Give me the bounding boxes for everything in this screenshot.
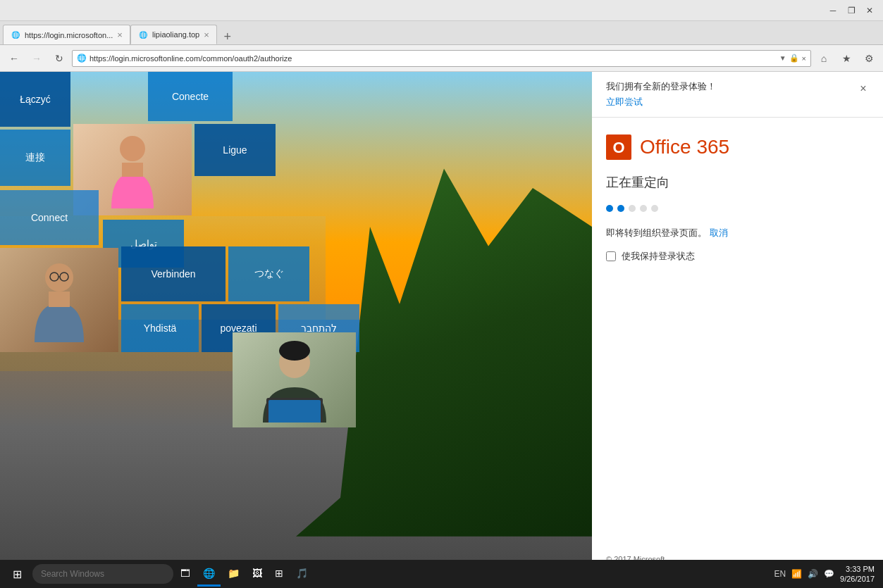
cancel-link[interactable]: 取消 — [710, 227, 728, 238]
dot-4 — [640, 205, 647, 212]
tray-time: 3:33 PM — [846, 564, 875, 574]
tab-bar: 🌐 https://login.microsofton... × 🌐 lipia… — [0, 21, 883, 45]
tile-connect-en-text: Connect — [31, 212, 68, 223]
tile-ligue: Ligue — [194, 124, 276, 176]
notification-link[interactable]: 立即尝试 — [606, 96, 716, 108]
tray-language-icon[interactable]: EN — [774, 569, 786, 579]
tab-close-1[interactable]: × — [117, 30, 123, 40]
logo-text-pre: Office — [640, 136, 696, 158]
taskbar: ⊞ 🗔 🌐 📁 🖼 ⊞ 🎵 EN 📶 🔊 💬 3:33 PM 9/26/2017 — [0, 560, 883, 588]
office-logo-text: Office 365 — [640, 136, 729, 158]
tab-favicon-2: 🌐 — [138, 30, 148, 39]
minimize-button[interactable]: ─ — [825, 3, 841, 18]
notification-close-button[interactable]: × — [855, 80, 872, 97]
tab-title-2: lipiaoliang.top — [152, 30, 199, 39]
person-photo-2 — [0, 248, 118, 352]
tile-yhdista: Yhdistä — [121, 304, 199, 352]
tile-photo-3 — [233, 332, 356, 427]
address-url-text: https://login.microsoftonline.com/common… — [89, 54, 777, 63]
svg-rect-9 — [268, 400, 321, 423]
logo-area: O Office 365 — [592, 118, 883, 174]
title-bar: ─ ❐ ✕ — [0, 0, 883, 21]
tab-lipiaoliang[interactable]: 🌐 lipiaoliang.top × — [130, 25, 217, 44]
tile-tsunagu-text: つなぐ — [254, 268, 284, 280]
system-tray: EN 📶 🔊 💬 3:33 PM 9/26/2017 — [768, 564, 880, 584]
dot-3 — [629, 205, 636, 212]
svg-text:O: O — [612, 139, 624, 156]
svg-point-10 — [279, 341, 310, 361]
right-panel: 我们拥有全新的登录体验！ 立即尝试 × O Office 365 — [592, 72, 883, 588]
tray-date: 9/26/2017 — [840, 574, 875, 584]
svg-rect-3 — [49, 292, 70, 307]
nav-bar: ← → ↻ 🌐 https://login.microsoftonline.co… — [0, 45, 883, 72]
tray-network-icon[interactable]: 📶 — [791, 569, 802, 579]
dot-1 — [606, 205, 613, 212]
start-button[interactable]: ⊞ — [3, 561, 31, 587]
tile-conecte-text: Conecte — [172, 91, 209, 102]
person-photo-3 — [233, 332, 356, 427]
task-view-button[interactable]: 🗔 — [175, 561, 196, 587]
tray-action-icon[interactable]: 💬 — [824, 569, 834, 579]
back-button[interactable]: ← — [4, 49, 24, 68]
notification-banner: 我们拥有全新的登录体验！ 立即尝试 × — [592, 72, 883, 118]
address-icon-lock: 🔒 — [789, 54, 799, 63]
address-icon-search: ▼ — [779, 54, 786, 62]
new-tab-button[interactable]: + — [217, 30, 238, 44]
browser-frame: ─ ❐ ✕ 🌐 https://login.microsofton... × 🌐… — [0, 0, 883, 588]
redirect-message: 即将转到组织登录页面。 取消 — [606, 226, 869, 240]
keep-signed-in-row: 使我保持登录状态 — [606, 250, 869, 263]
tab-favicon-1: 🌐 — [11, 30, 20, 40]
tile-connect-zh-text: 連接 — [25, 151, 45, 164]
explorer-taskbar-button[interactable]: 📁 — [222, 561, 245, 587]
office-logo-icon: O — [606, 135, 631, 160]
dot-2 — [617, 205, 624, 212]
address-bar-container: 🌐 https://login.microsoftonline.com/comm… — [72, 50, 811, 67]
tools-button[interactable]: ⚙ — [859, 49, 879, 68]
tile-yhdista-text: Yhdistä — [144, 323, 177, 334]
tile-connect-en: Connect — [0, 190, 99, 245]
tile-photo-2 — [0, 248, 118, 352]
ie-taskbar-button[interactable]: 🌐 — [197, 561, 221, 587]
svg-rect-1 — [122, 163, 143, 177]
restore-button[interactable]: ❐ — [844, 3, 859, 18]
status-area: 正在重定向 即将转到组织登录页面。 取消 使我保持登录状态 — [592, 174, 883, 545]
notification-text: 我们拥有全新的登录体验！ — [606, 80, 716, 93]
title-bar-buttons: ─ ❐ ✕ — [825, 3, 877, 18]
taskbar-search-input[interactable] — [32, 564, 173, 584]
dot-5 — [651, 205, 658, 212]
tray-clock[interactable]: 3:33 PM 9/26/2017 — [840, 564, 875, 584]
svg-point-0 — [120, 136, 145, 161]
tray-sound-icon[interactable]: 🔊 — [808, 569, 818, 579]
tile-tsunagu: つなぐ — [228, 246, 309, 301]
refresh-button[interactable]: ↻ — [49, 49, 69, 68]
address-icon-globe: 🌐 — [77, 54, 87, 63]
photos-taskbar-button[interactable]: 🖼 — [247, 561, 268, 587]
tile-laczyc: Łączyć — [0, 72, 70, 127]
svg-point-2 — [45, 263, 73, 292]
notification-content: 我们拥有全新的登录体验！ 立即尝试 — [606, 80, 716, 108]
media-taskbar-button[interactable]: 🎵 — [290, 561, 314, 587]
background-panel: Łączyć Conecte 連接 — [0, 72, 592, 588]
keep-signed-in-checkbox[interactable] — [606, 251, 616, 261]
home-button[interactable]: ⌂ — [814, 49, 834, 68]
address-bar[interactable]: 🌐 https://login.microsoftonline.com/comm… — [72, 50, 811, 67]
forward-button[interactable]: → — [27, 49, 47, 68]
tile-conecte: Conecte — [148, 72, 233, 121]
tile-laczyc-text: Łączyć — [20, 94, 51, 105]
redirect-message-text: 即将转到组织登录页面。 — [606, 227, 707, 238]
content-area: Łączyć Conecte 連接 — [0, 72, 883, 588]
tile-verbinden-text: Verbinden — [151, 268, 195, 280]
redirecting-title: 正在重定向 — [606, 174, 869, 191]
address-icon-close[interactable]: × — [802, 54, 806, 63]
progress-dots — [606, 205, 869, 212]
logo-text-num: 365 — [696, 136, 729, 158]
keep-signed-in-label: 使我保持登录状态 — [622, 250, 695, 263]
start2-taskbar-button[interactable]: ⊞ — [269, 561, 289, 587]
tile-ligue-text: Ligue — [223, 144, 247, 156]
tile-verbinden: Verbinden — [121, 246, 226, 301]
tab-microsoftonline[interactable]: 🌐 https://login.microsofton... × — [3, 25, 130, 44]
close-button[interactable]: ✕ — [862, 3, 877, 18]
tab-close-2[interactable]: × — [204, 30, 209, 40]
favorites-button[interactable]: ★ — [836, 49, 856, 68]
tile-connect-zh: 連接 — [0, 130, 70, 186]
